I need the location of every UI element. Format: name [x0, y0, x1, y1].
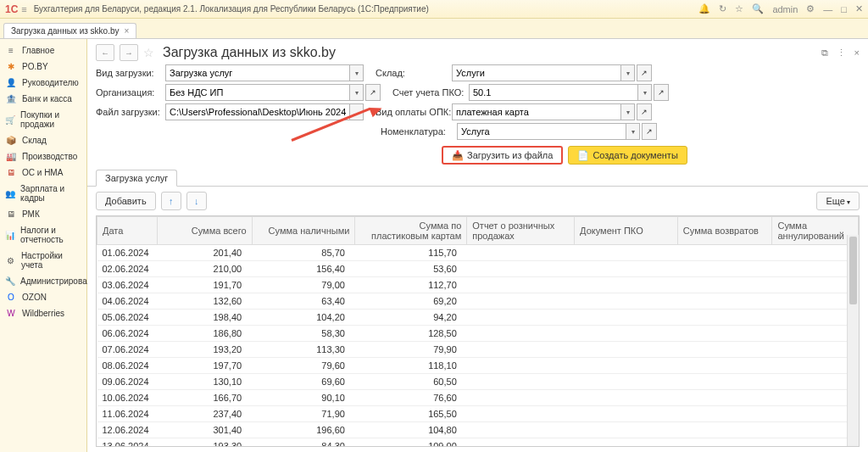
nomen-label: Номенклатура:: [381, 126, 457, 137]
nav-fwd-button[interactable]: →: [120, 44, 138, 61]
close-icon[interactable]: ✕: [855, 3, 863, 14]
settings-icon[interactable]: ⚙: [806, 3, 815, 14]
sidebar-item-6[interactable]: 🏭Производство: [0, 148, 86, 165]
star-icon[interactable]: ☆: [735, 3, 743, 14]
warehouse-open-icon[interactable]: ↗: [637, 64, 652, 81]
cell: 130,10: [158, 374, 253, 390]
tab-close-icon[interactable]: ×: [124, 26, 129, 36]
cell: 201,40: [158, 245, 253, 261]
sidebar-item-14[interactable]: WWildberries: [0, 305, 86, 321]
table-row[interactable]: 11.06.2024237,4071,90165,50: [97, 406, 859, 422]
sidebar-item-1[interactable]: ✱PO.BY: [0, 59, 86, 75]
col-header[interactable]: Дата: [97, 217, 158, 245]
main-content: ← → ☆ Загрузка данных из skko.by ⧉ ⋮ × В…: [87, 39, 868, 452]
table-row[interactable]: 09.06.2024130,1069,6060,50: [97, 374, 859, 390]
table-row[interactable]: 08.06.2024197,7079,60118,10: [97, 358, 859, 374]
maximize-icon[interactable]: □: [841, 4, 847, 14]
table-row[interactable]: 12.06.2024301,40196,60104,80: [97, 422, 859, 438]
cell: 156,40: [252, 261, 355, 277]
cell: 85,70: [252, 245, 355, 261]
detach-icon[interactable]: ⧉: [821, 47, 828, 59]
table-row[interactable]: 13.06.2024193,3084,30109,00: [97, 438, 859, 448]
user-label[interactable]: admin: [772, 4, 798, 14]
scrollbar[interactable]: [847, 235, 859, 446]
warehouse-input[interactable]: [452, 64, 621, 81]
sidebar-item-3[interactable]: 🏦Банк и касса: [0, 91, 86, 107]
cell: 79,90: [355, 342, 467, 358]
bell-icon[interactable]: 🔔: [698, 3, 710, 14]
cell: [467, 277, 575, 293]
sidebar-item-0[interactable]: ≡Главное: [0, 42, 86, 59]
data-grid[interactable]: ДатаСумма всегоСумма наличнымиСумма по п…: [96, 215, 860, 447]
pko-open-icon[interactable]: ↗: [654, 84, 669, 101]
close-page-icon[interactable]: ×: [854, 47, 860, 59]
warehouse-dropdown-icon[interactable]: ▾: [621, 64, 635, 81]
sidebar-item-12[interactable]: 🔧Администрирование: [0, 273, 86, 289]
more-icon[interactable]: ⋮: [837, 47, 846, 59]
sidebar-icon: 📊: [5, 231, 15, 240]
table-row[interactable]: 06.06.2024186,8058,30128,50: [97, 326, 859, 342]
table-row[interactable]: 03.06.2024191,7079,00112,70: [97, 277, 859, 293]
table-row[interactable]: 05.06.2024198,40104,2094,20: [97, 310, 859, 326]
favorite-icon[interactable]: ☆: [143, 46, 154, 59]
file-browse-icon[interactable]: …: [350, 103, 364, 120]
sidebar-item-2[interactable]: 👤Руководителю: [0, 75, 86, 91]
sidebar-item-9[interactable]: 🖥РМК: [0, 206, 86, 222]
opk-dropdown-icon[interactable]: ▾: [621, 103, 635, 120]
table-row[interactable]: 02.06.2024210,00156,4053,60: [97, 261, 859, 277]
more-button[interactable]: Еще: [816, 192, 860, 210]
col-header[interactable]: Сумма аннулирований: [772, 217, 859, 245]
table-row[interactable]: 07.06.2024193,20113,3079,90: [97, 342, 859, 358]
col-header[interactable]: Сумма по пластиковым картам: [355, 217, 467, 245]
sidebar-item-10[interactable]: 📊Налоги и отчетность: [0, 222, 86, 248]
load-from-file-button[interactable]: 📥 Загрузить из файла: [442, 146, 563, 165]
load-type-dropdown-icon[interactable]: ▾: [350, 64, 364, 81]
tab-skko[interactable]: Загрузка данных из skko.by ×: [3, 23, 136, 38]
move-up-button[interactable]: ↑: [161, 192, 181, 210]
table-row[interactable]: 01.06.2024201,4085,70115,70: [97, 245, 859, 261]
pko-dropdown-icon[interactable]: ▾: [638, 84, 652, 101]
sidebar-item-11[interactable]: ⚙Настройки учета: [0, 248, 86, 273]
nomen-open-icon[interactable]: ↗: [642, 123, 657, 140]
tab-load-services[interactable]: Загрузка услуг: [96, 170, 177, 187]
cell: [467, 390, 575, 406]
col-header[interactable]: Сумма возвратов: [677, 217, 772, 245]
sidebar-label: Зарплата и кадры: [20, 184, 81, 203]
col-header[interactable]: Документ ПКО: [575, 217, 678, 245]
opk-open-icon[interactable]: ↗: [637, 103, 652, 120]
table-row[interactable]: 10.06.2024166,7090,1076,60: [97, 390, 859, 406]
cell: 69,20: [355, 293, 467, 310]
pko-account-input[interactable]: [469, 84, 638, 101]
cell: 193,20: [158, 342, 253, 358]
opk-input[interactable]: [452, 103, 621, 120]
cell: 104,80: [355, 422, 467, 438]
create-documents-button[interactable]: 📄 Создать документы: [568, 146, 687, 165]
move-down-button[interactable]: ↓: [186, 192, 207, 210]
file-input[interactable]: [165, 103, 350, 120]
org-dropdown-icon[interactable]: ▾: [350, 84, 364, 101]
sidebar-item-8[interactable]: 👥Зарплата и кадры: [0, 181, 86, 206]
sidebar-item-13[interactable]: OOZON: [0, 289, 86, 305]
cell: [575, 245, 678, 261]
org-input[interactable]: [165, 84, 350, 101]
search-icon[interactable]: 🔍: [752, 3, 764, 14]
sidebar-item-5[interactable]: 📦Склад: [0, 132, 86, 148]
cell: 112,70: [355, 277, 467, 293]
cell: [772, 390, 859, 406]
col-header[interactable]: Отчет о розничных продажах: [467, 217, 575, 245]
col-header[interactable]: Сумма наличными: [252, 217, 355, 245]
col-header[interactable]: Сумма всего: [158, 217, 253, 245]
table-row[interactable]: 04.06.2024132,6063,4069,20: [97, 293, 859, 310]
minimize-icon[interactable]: —: [823, 4, 832, 14]
load-type-input[interactable]: [165, 64, 350, 81]
add-button[interactable]: Добавить: [96, 192, 156, 210]
sidebar-item-7[interactable]: 🖥ОС и НМА: [0, 165, 86, 181]
cell: 109,00: [355, 438, 467, 448]
menu-icon[interactable]: ≡: [21, 4, 26, 14]
nav-back-button[interactable]: ←: [96, 44, 114, 61]
nomen-dropdown-icon[interactable]: ▾: [626, 123, 640, 140]
history-icon[interactable]: ↻: [719, 3, 726, 14]
nomen-input[interactable]: [457, 123, 626, 140]
sidebar-item-4[interactable]: 🛒Покупки и продажи: [0, 107, 86, 132]
org-open-icon[interactable]: ↗: [365, 84, 381, 101]
